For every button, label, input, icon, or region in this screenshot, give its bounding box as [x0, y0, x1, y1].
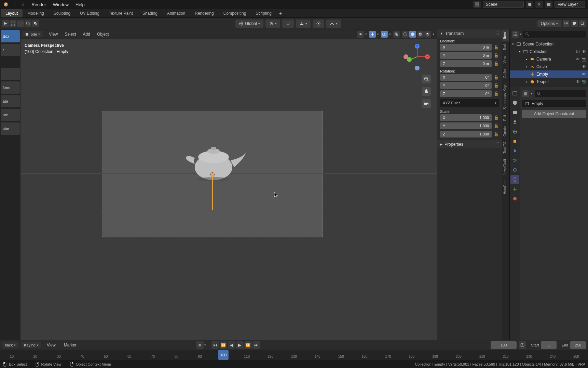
axis-x-icon[interactable]: X: [425, 54, 430, 59]
timeline-menu-view[interactable]: View: [44, 342, 58, 348]
tab-add[interactable]: +: [276, 10, 285, 17]
panel-transform-header[interactable]: ▼ Transform ⠿: [437, 29, 502, 38]
pan-hand-icon[interactable]: [422, 87, 431, 96]
ntab-create[interactable]: Create: [502, 123, 509, 139]
lock-icon[interactable]: 🔓: [493, 91, 499, 97]
tab-modeling[interactable]: Modeling: [23, 9, 49, 17]
eye-icon[interactable]: 👁: [575, 79, 580, 84]
disclosure-icon[interactable]: ▾: [511, 42, 515, 46]
empty-object[interactable]: [212, 174, 213, 210]
frame-start-field[interactable]: 1: [541, 341, 557, 349]
props-tab-material[interactable]: [510, 194, 519, 203]
playback-dropdown[interactable]: back▾: [2, 342, 18, 348]
grip-icon[interactable]: ⠿: [496, 142, 499, 147]
menu-window[interactable]: Window: [50, 1, 72, 9]
tool-select-box[interactable]: Box: [1, 30, 20, 42]
select-circle-icon[interactable]: [17, 20, 24, 27]
render-icon[interactable]: 📷: [581, 79, 587, 84]
axis-gizmo[interactable]: Z X: [404, 43, 431, 70]
display-filter-icon[interactable]: [571, 20, 578, 27]
lock-icon[interactable]: 🔓: [493, 74, 499, 80]
jump-end-icon[interactable]: ⏭: [252, 341, 260, 349]
shading-material[interactable]: [417, 31, 424, 38]
ntab-gaffer[interactable]: Gaffer: [502, 66, 509, 81]
tab-animation[interactable]: Animation: [162, 9, 190, 17]
lock-icon[interactable]: 🔓: [493, 123, 499, 129]
orientation-dropdown[interactable]: Global ▾: [235, 19, 263, 28]
rotation-mode-dropdown[interactable]: XYZ Euler▾: [440, 99, 499, 107]
tool-move[interactable]: [1, 68, 20, 80]
play-icon[interactable]: ▶: [236, 341, 244, 349]
disclosure-icon[interactable]: ▸: [525, 65, 528, 68]
xray-toggle[interactable]: [393, 31, 400, 38]
ntab-view[interactable]: View: [502, 53, 509, 66]
jump-keyframe-back-icon[interactable]: ⏪: [220, 341, 227, 349]
tree-camera[interactable]: ▸ Camera 👁📷: [510, 55, 588, 63]
props-tab-object[interactable]: [510, 137, 519, 146]
lock-icon[interactable]: 🔓: [493, 131, 499, 137]
lock-icon[interactable]: 🔓: [493, 61, 499, 67]
tab-rendering[interactable]: Rendering: [190, 9, 218, 17]
lock-icon[interactable]: 🔓: [493, 115, 499, 121]
menu-file[interactable]: t: [11, 1, 19, 9]
scene-new-icon[interactable]: [526, 1, 533, 8]
props-tab-world[interactable]: [510, 127, 519, 136]
props-tab-viewlayer[interactable]: [510, 108, 519, 117]
editor-type-icon[interactable]: [512, 31, 519, 38]
rotation-z-field[interactable]: Z0°: [440, 90, 492, 97]
lock-icon[interactable]: 🔓: [493, 82, 499, 89]
camera-view-icon[interactable]: [422, 99, 431, 108]
visibility-dropdown[interactable]: [357, 31, 364, 38]
ntab-textfx[interactable]: Text FX: [502, 139, 509, 156]
axis-neg-x-icon[interactable]: [404, 54, 408, 59]
tree-collection[interactable]: ▾ Collection ☑👁: [510, 48, 588, 55]
jump-start-icon[interactable]: ⏮: [211, 341, 219, 349]
ntab-screencast-keys[interactable]: Screencast Keys: [502, 81, 509, 112]
eye-icon[interactable]: 👁: [581, 71, 587, 77]
frame-current-field[interactable]: 100: [491, 341, 517, 349]
overlay-toggle[interactable]: [381, 31, 388, 38]
shading-wireframe[interactable]: [402, 31, 409, 38]
props-tab-scene[interactable]: [510, 118, 519, 127]
tab-scripting[interactable]: Scripting: [251, 9, 276, 17]
eye-icon[interactable]: 👁: [575, 56, 580, 62]
search-icon[interactable]: [579, 20, 586, 27]
ntab-jewelcraft[interactable]: JewelCraft: [502, 156, 509, 178]
props-tab-modifiers[interactable]: [510, 146, 519, 155]
menu-help[interactable]: Help: [72, 1, 88, 9]
tree-empty[interactable]: Empty 👁: [510, 70, 588, 78]
proportional-edit-toggle[interactable]: [313, 19, 324, 28]
shading-solid[interactable]: [409, 31, 416, 38]
ntab-item[interactable]: Item: [502, 29, 509, 41]
snap-mode-dropdown[interactable]: ▾: [296, 19, 311, 28]
props-editor-type-icon[interactable]: [522, 90, 529, 97]
options-dropdown[interactable]: Options ▾: [537, 20, 561, 27]
tree-teapot[interactable]: ▸ Teapot 👁📷: [510, 78, 588, 86]
viewlayer-browse-icon[interactable]: [545, 1, 552, 8]
grip-icon[interactable]: ⠿: [496, 31, 499, 36]
playhead[interactable]: 100: [218, 350, 229, 360]
frame-end-field[interactable]: 250: [570, 341, 586, 349]
disclosure-icon[interactable]: ▸: [525, 80, 528, 83]
rotation-x-field[interactable]: X0°: [440, 74, 492, 81]
lock-icon[interactable]: 🔓: [493, 52, 499, 58]
viewport-menu-object[interactable]: Object: [94, 30, 112, 38]
disclosure-icon[interactable]: ▸: [525, 57, 528, 61]
tab-sculpting[interactable]: Sculpting: [49, 9, 75, 17]
timeline-ruler[interactable]: 1020304050607080901001101201301401501601…: [0, 350, 588, 360]
eye-icon[interactable]: 👁: [581, 64, 587, 69]
viewport-canvas[interactable]: Camera Perspective (100) Collection | Em…: [20, 39, 437, 340]
viewport-menu-view[interactable]: View: [45, 30, 61, 38]
tab-shading[interactable]: Shading: [138, 9, 162, 17]
tool-rotate[interactable]: ate: [1, 95, 20, 107]
tab-texture-paint[interactable]: Texture Paint: [104, 9, 138, 17]
location-x-field[interactable]: X0 m: [440, 44, 492, 51]
keying-dropdown[interactable]: Keying▾: [21, 342, 41, 348]
ntab-humgen[interactable]: HumGen: [502, 178, 509, 197]
autokey-toggle[interactable]: [196, 341, 204, 349]
viewlayer-name-field[interactable]: View Layer: [555, 1, 585, 8]
ntab-edit[interactable]: Edit: [502, 112, 509, 123]
tab-layout[interactable]: Layout: [1, 9, 23, 17]
props-tab-physics[interactable]: [510, 166, 519, 174]
viewport-menu-add[interactable]: Add: [80, 30, 94, 38]
